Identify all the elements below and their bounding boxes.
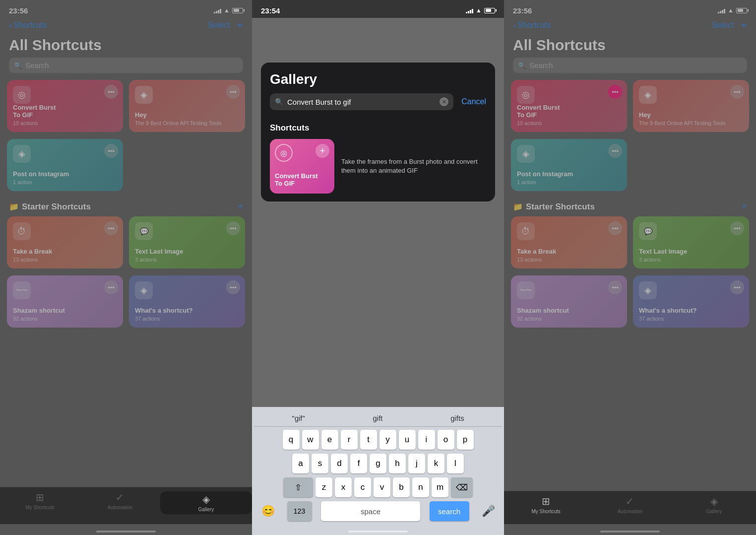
key-j[interactable]: j [408,454,425,473]
card-more-text-image-right[interactable]: ••• [730,221,744,235]
section-plus-left[interactable]: + [237,201,243,212]
key-g[interactable]: g [370,454,386,473]
card-convert-burst-left[interactable]: ◎ ••• Convert BurstTo GIF 10 actions [7,80,123,132]
key-s[interactable]: s [312,454,328,473]
emoji-key[interactable]: 😊 [258,501,278,521]
key-i[interactable]: i [418,430,435,450]
suggestion-gif-quoted[interactable]: "gif" [292,414,305,422]
cancel-button[interactable]: Cancel [461,97,486,106]
card-more-hey-left[interactable]: ••• [226,85,240,99]
key-v[interactable]: v [374,477,390,497]
card-shazam-right[interactable]: 〜〜 ••• Shazam shortcut 32 actions [511,275,627,328]
key-h[interactable]: h [389,454,406,473]
shortcuts-grid-2-right: ◈ ••• Post on Instagram 1 action [504,139,756,191]
tab-my-shortcuts-right[interactable]: ⊞ My Shortcuts [504,495,588,514]
key-delete[interactable]: ⌫ [451,477,473,497]
back-button-right[interactable]: ‹ Shortcuts [513,20,551,31]
card-shazam-left[interactable]: 〜〜 ••• Shazam shortcut 32 actions [7,275,123,328]
card-whats-right[interactable]: ◈ ••• What's a shortcut? 37 actions [633,275,749,328]
card-more-whats-right[interactable]: ••• [730,280,744,294]
key-f[interactable]: f [350,454,367,473]
search-bar-left[interactable]: 🔍 Search [9,58,243,73]
card-more-take-break-left[interactable]: ••• [104,221,118,235]
result-card-add[interactable]: + [315,144,329,158]
card-text-image-left[interactable]: 💬 ••• Text Last Image 3 actions [129,216,245,268]
wifi-right: ▲ [728,7,734,14]
card-icon-hey-left: ◈ [135,86,153,104]
key-q[interactable]: q [283,430,300,450]
key-p[interactable]: p [457,430,474,450]
card-take-break-right[interactable]: ⏱ ••• Take a Break 13 actions [511,216,627,268]
key-m[interactable]: m [432,477,448,497]
gallery-search-bar[interactable]: 🔍 Convert Burst to gif ✕ [270,93,453,110]
card-more-instagram-right[interactable]: ••• [608,144,622,158]
key-d[interactable]: d [331,454,348,473]
key-n[interactable]: n [412,477,429,497]
key-y[interactable]: y [379,430,396,450]
card-text-image-right[interactable]: 💬 ••• Text Last Image 3 actions [633,216,749,268]
key-z[interactable]: z [315,477,332,497]
key-t[interactable]: t [360,430,377,450]
card-instagram-right[interactable]: ◈ ••• Post on Instagram 1 action [511,139,627,191]
key-u[interactable]: u [399,430,416,450]
card-more-convert-burst-left[interactable]: ••• [104,85,118,99]
shortcuts-grid-3-left: ⏱ ••• Take a Break 13 actions 💬 ••• Text… [0,216,252,268]
card-title-text-image-left: Text Last Image [135,248,239,256]
key-space[interactable]: space [321,501,420,521]
tab-automation-right[interactable]: ✓ Automation [588,495,672,514]
key-search[interactable]: search [430,501,469,521]
card-more-shazam-left[interactable]: ••• [104,280,118,294]
card-take-break-left[interactable]: ⏱ ••• Take a Break 13 actions [7,216,123,268]
card-more-hey-right[interactable]: ••• [730,85,744,99]
key-o[interactable]: o [438,430,454,450]
section-header-right: 📁 Starter Shortcuts + [504,198,756,216]
card-more-text-image-left[interactable]: ••• [226,221,240,235]
key-l[interactable]: l [447,454,464,473]
time-left: 23:56 [9,6,28,15]
select-button-right[interactable]: Select [712,21,734,30]
search-input-mid[interactable]: Convert Burst to gif [287,98,436,106]
key-k[interactable]: k [428,454,444,473]
select-button-left[interactable]: Select [208,21,230,30]
key-123[interactable]: 123 [287,501,312,521]
tab-icon-automation-left: ✓ [116,491,124,503]
tab-label-my-shortcuts-right: My Shortcuts [531,509,560,514]
add-button-right[interactable]: + [741,20,747,31]
key-b[interactable]: b [393,477,410,497]
tab-gallery-right[interactable]: ◈ Gallery [672,495,756,514]
card-hey-left[interactable]: ◈ ••• Hey The 9 Best Online API Testing … [129,80,245,132]
tab-my-shortcuts-left[interactable]: ⊞ My Shortcuts [0,491,80,514]
card-whats-left[interactable]: ◈ ••• What's a shortcut? 37 actions [129,275,245,328]
suggestion-gift[interactable]: gift [373,414,382,422]
back-button-left[interactable]: ‹ Shortcuts [9,20,47,31]
key-x[interactable]: x [335,477,352,497]
card-title-whats-right: What's a shortcut? [639,307,743,315]
card-more-take-break-right[interactable]: ••• [608,221,622,235]
card-more-instagram-left[interactable]: ••• [104,144,118,158]
card-title-convert-burst-left: Convert BurstTo GIF [13,104,117,119]
suggestion-gifts[interactable]: gifts [450,414,464,422]
key-a[interactable]: a [292,454,309,473]
tab-gallery-left[interactable]: ◈ Gallery [160,491,252,514]
card-more-convert-burst-right[interactable]: ••• [608,85,622,99]
card-more-whats-left[interactable]: ••• [226,280,240,294]
card-convert-burst-right[interactable]: ◎ ••• Convert BurstTo GIF 10 actions [511,80,627,132]
result-card-convert[interactable]: ◎ + Convert BurstTo GIF [270,139,334,194]
add-button-left[interactable]: + [237,20,243,31]
key-r[interactable]: r [341,430,358,450]
card-more-shazam-right[interactable]: ••• [608,280,622,294]
key-shift[interactable]: ⇧ [283,477,313,497]
folder-icon-right: 📁 [513,202,523,211]
card-hey-right[interactable]: ◈ ••• Hey The 9 Best Online API Testing … [633,80,749,132]
tab-automation-left[interactable]: ✓ Automation [80,491,160,514]
tab-label-my-shortcuts-left: My Shortcuts [25,505,54,510]
key-c[interactable]: c [354,477,371,497]
card-instagram-left[interactable]: ◈ ••• Post on Instagram 1 action [7,139,123,191]
key-e[interactable]: e [321,430,338,450]
tab-icon-automation-right: ✓ [626,495,634,507]
search-bar-right[interactable]: 🔍 Search [513,58,747,73]
key-w[interactable]: w [302,430,319,450]
clear-search-button[interactable]: ✕ [440,97,448,106]
mic-icon[interactable]: 🎤 [478,501,498,521]
section-plus-right[interactable]: + [741,201,747,212]
